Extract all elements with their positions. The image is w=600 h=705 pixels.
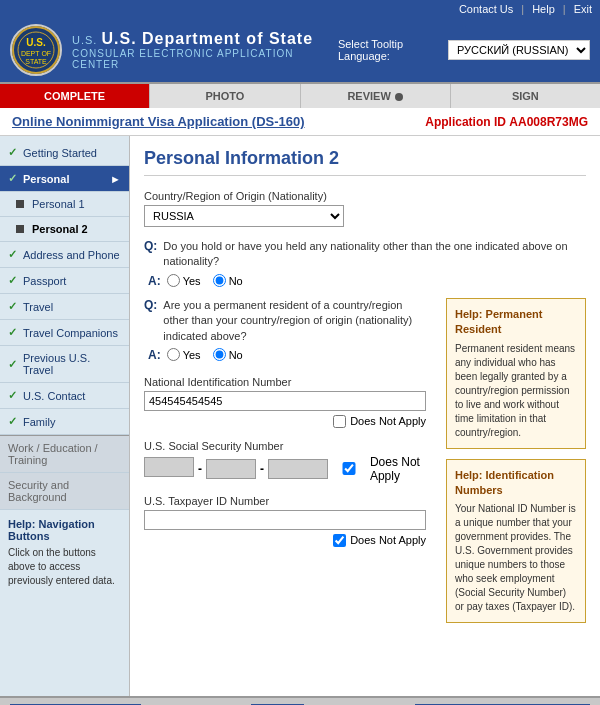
q1-no-radio[interactable] — [213, 274, 226, 287]
sidebar-item-address-phone[interactable]: ✓ Address and Phone — [0, 242, 129, 268]
check-icon-us-contact: ✓ — [8, 389, 17, 402]
sidebar-label-personal-2: Personal 2 — [32, 223, 88, 235]
svg-text:U.S.: U.S. — [26, 37, 46, 48]
sidebar-item-personal[interactable]: ✓ Personal ► — [0, 166, 129, 192]
sidebar-item-family[interactable]: ✓ Family — [0, 409, 129, 435]
sidebar-item-prev-us-travel[interactable]: ✓ Previous U.S. Travel — [0, 346, 129, 383]
sidebar-label-family: Family — [23, 416, 55, 428]
q2-yes-radio[interactable] — [167, 348, 180, 361]
department-name: U.S. U.S. Department of State — [72, 30, 328, 48]
help-link[interactable]: Help — [532, 3, 555, 15]
app-title: Online Nonimmigrant Visa Application (DS… — [12, 114, 305, 129]
q2-yes-label[interactable]: Yes — [167, 348, 201, 361]
ssn-input-row: - - Does Not Apply — [144, 455, 426, 483]
q1-a-label: A: — [148, 274, 161, 288]
ssn-label: U.S. Social Security Number — [144, 440, 426, 452]
page-title: Personal Information 2 — [144, 148, 586, 176]
national-id-dna-row: Does Not Apply — [144, 415, 426, 428]
ssn-part3-input[interactable] — [268, 459, 328, 479]
ssn-dna-checkbox[interactable] — [332, 462, 366, 475]
sidebar-item-us-contact[interactable]: ✓ U.S. Contact — [0, 383, 129, 409]
q1-yes-label[interactable]: Yes — [167, 274, 201, 287]
app-id-value: AA008R73MG — [509, 115, 588, 129]
country-group: Country/Region of Origin (Nationality) R… — [144, 190, 586, 227]
svg-text:DEPT OF: DEPT OF — [21, 50, 51, 57]
sidebar-item-work-edu[interactable]: Work / Education / Training — [0, 436, 129, 473]
nav-help-title: Help: Navigation Buttons — [8, 518, 121, 542]
check-icon-family: ✓ — [8, 415, 17, 428]
nav-help-text: Click on the buttons above to access pre… — [8, 546, 121, 588]
q2-no-label[interactable]: No — [213, 348, 243, 361]
help-permanent-resident: Help: Permanent Resident Permanent resid… — [446, 298, 586, 449]
app-bar: Online Nonimmigrant Visa Application (DS… — [0, 108, 600, 136]
check-icon-getting-started: ✓ — [8, 146, 17, 159]
q2-question: Q: Are you a permanent resident of a cou… — [144, 298, 426, 344]
step-review[interactable]: REVIEW — [301, 84, 451, 108]
step-complete[interactable]: COMPLETE — [0, 84, 150, 108]
sidebar-item-travel-companions[interactable]: ✓ Travel Companions — [0, 320, 129, 346]
sidebar-item-security[interactable]: Security and Background — [0, 473, 129, 510]
help-id-title: Help: Identification Numbers — [455, 468, 577, 499]
country-select[interactable]: RUSSIA — [144, 205, 344, 227]
taxpayer-dna-label: Does Not Apply — [350, 534, 426, 546]
q2-q-label: Q: — [144, 298, 157, 344]
sidebar-label-travel-companions: Travel Companions — [23, 327, 118, 339]
bullet-personal-2 — [16, 225, 24, 233]
check-icon-prev-us-travel: ✓ — [8, 358, 17, 371]
help-id-numbers: Help: Identification Numbers Your Nation… — [446, 459, 586, 624]
sidebar-item-personal-1[interactable]: Personal 1 — [0, 192, 129, 217]
q1-radio-group: Yes No — [167, 274, 243, 287]
dept-subtitle: CONSULAR ELECTRONIC APPLICATION CENTER — [72, 48, 328, 70]
q2-radio-group: Yes No — [167, 348, 243, 361]
bottom-nav: ◄ Back: Personal 1 Save Next: Address an… — [0, 696, 600, 705]
contact-us-link[interactable]: Contact Us — [459, 3, 513, 15]
q2-block: Q: Are you a permanent resident of a cou… — [144, 298, 426, 362]
progress-bar: COMPLETE PHOTO REVIEW SIGN — [0, 82, 600, 108]
review-dot — [395, 93, 403, 101]
check-icon-personal: ✓ — [8, 172, 17, 185]
q1-answer: A: Yes No — [144, 274, 586, 288]
help-resident-title: Help: Permanent Resident — [455, 307, 577, 338]
taxpayer-id-label: U.S. Taxpayer ID Number — [144, 495, 426, 507]
ssn-part2-input[interactable] — [206, 459, 256, 479]
bullet-personal-1 — [16, 200, 24, 208]
sidebar-label-getting-started: Getting Started — [23, 147, 97, 159]
sidebar-item-personal-2[interactable]: Personal 2 — [0, 217, 129, 242]
sidebar-label-travel: Travel — [23, 301, 53, 313]
check-icon-travel: ✓ — [8, 300, 17, 313]
q2-a-label: A: — [148, 348, 161, 362]
step-sign[interactable]: SIGN — [451, 84, 600, 108]
national-id-label: National Identification Number — [144, 376, 426, 388]
q1-no-label[interactable]: No — [213, 274, 243, 287]
q2-with-help: Q: Are you a permanent resident of a cou… — [144, 298, 586, 624]
national-id-dna-checkbox[interactable] — [333, 415, 346, 428]
q1-yes-radio[interactable] — [167, 274, 180, 287]
q1-question: Q: Do you hold or have you held any nati… — [144, 239, 586, 270]
step-photo[interactable]: PHOTO — [150, 84, 300, 108]
svg-text:STATE: STATE — [25, 58, 47, 65]
content-area: Personal Information 2 Country/Region of… — [130, 136, 600, 696]
country-label: Country/Region of Origin (Nationality) — [144, 190, 586, 202]
sidebar-item-travel[interactable]: ✓ Travel — [0, 294, 129, 320]
sep1: | — [521, 3, 524, 15]
header: U.S. DEPT OF STATE U.S. U.S. Department … — [0, 18, 600, 82]
ssn-sep2: - — [260, 462, 264, 476]
help-panels: Help: Permanent Resident Permanent resid… — [436, 298, 586, 624]
q2-no-radio[interactable] — [213, 348, 226, 361]
agency-seal: U.S. DEPT OF STATE — [10, 24, 62, 76]
sidebar-label-work-edu: Work / Education / Training — [8, 442, 121, 466]
taxpayer-id-group: U.S. Taxpayer ID Number Does Not Apply — [144, 495, 426, 547]
national-id-input[interactable] — [144, 391, 426, 411]
nav-help-panel: Help: Navigation Buttons Click on the bu… — [0, 510, 129, 596]
check-icon-travel-companions: ✓ — [8, 326, 17, 339]
sidebar-item-getting-started[interactable]: ✓ Getting Started — [0, 140, 129, 166]
q2-main: Q: Are you a permanent resident of a cou… — [144, 298, 426, 624]
taxpayer-dna-row: Does Not Apply — [144, 534, 426, 547]
taxpayer-dna-checkbox[interactable] — [333, 534, 346, 547]
language-select[interactable]: РУССКИЙ (RUSSIAN) — [448, 40, 590, 60]
q1-q-label: Q: — [144, 239, 157, 270]
ssn-part1-input[interactable] — [144, 457, 194, 477]
exit-link[interactable]: Exit — [574, 3, 592, 15]
sidebar-item-passport[interactable]: ✓ Passport — [0, 268, 129, 294]
taxpayer-id-input[interactable] — [144, 510, 426, 530]
